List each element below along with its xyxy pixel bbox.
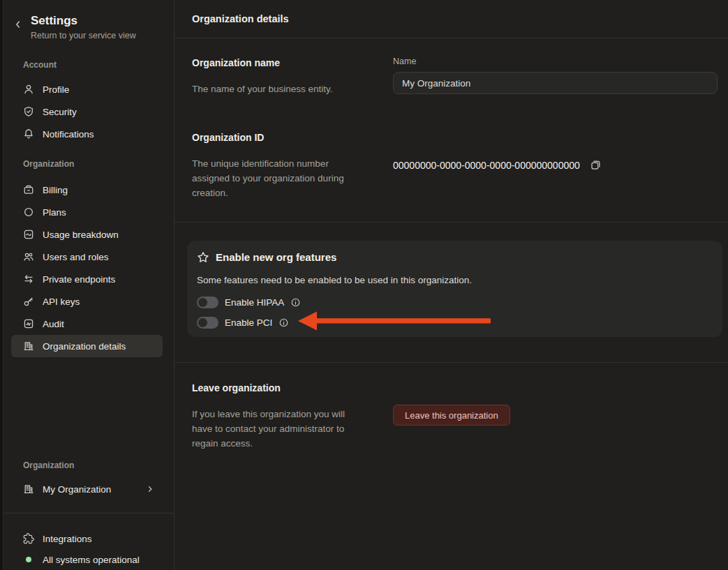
- pci-toggle[interactable]: [197, 317, 218, 329]
- leave-info: Leave organization If you leave this org…: [192, 381, 393, 451]
- leave-action: Leave this organization: [393, 381, 718, 451]
- sidebar-item-usage-breakdown[interactable]: Usage breakdown: [11, 223, 163, 246]
- sidebar-item-label: Private endpoints: [43, 274, 115, 285]
- sidebar-item-label: Organization details: [43, 341, 126, 352]
- sidebar-item-users-and-roles[interactable]: Users and roles: [11, 246, 163, 268]
- sidebar-subtitle[interactable]: Return to your service view: [31, 29, 174, 42]
- org-switcher-value: My Organization: [43, 484, 111, 495]
- shield-check-icon: [23, 106, 34, 117]
- leave-organization-button[interactable]: Leave this organization: [393, 405, 510, 426]
- chevron-right-icon: [146, 485, 163, 493]
- sidebar-header: Settings Return to your service view: [0, 14, 174, 42]
- enable-features-card: Enable new org features Some features ne…: [187, 241, 722, 337]
- sidebar-item-label: Plans: [43, 207, 66, 218]
- sidebar-item-security[interactable]: Security: [11, 100, 163, 123]
- swap-arrows-icon: [23, 273, 34, 285]
- bell-icon: [23, 128, 34, 140]
- back-button[interactable]: [10, 17, 26, 32]
- chart-wave-icon: [23, 229, 34, 240]
- copy-button[interactable]: [590, 159, 602, 171]
- main-panel: Organization details Organization name T…: [174, 0, 728, 570]
- sidebar-item-label: API keys: [43, 297, 80, 307]
- pci-toggle-label: Enable PCI: [225, 317, 272, 328]
- sidebar-item-private-endpoints[interactable]: Private endpoints: [11, 268, 163, 290]
- sidebar-item-label: Usage breakdown: [43, 230, 119, 240]
- info-icon[interactable]: [278, 317, 289, 328]
- hipaa-toggle[interactable]: [197, 297, 218, 308]
- leave-description: If you leave this organization you will …: [192, 407, 368, 451]
- section-label-account: Account: [23, 60, 174, 71]
- features-card-title: Enable new org features: [216, 250, 336, 265]
- sidebar-item-notifications[interactable]: Notifications: [11, 123, 163, 145]
- integrations-link[interactable]: Integrations: [11, 528, 163, 549]
- sidebar-item-label: Profile: [43, 84, 69, 95]
- org-id-description: The unique identification number assigne…: [192, 156, 368, 200]
- leave-heading: Leave organization: [192, 381, 393, 395]
- section-label-organization: Organization: [23, 159, 174, 170]
- pci-toggle-row: Enable PCI: [197, 316, 711, 329]
- user-icon: [23, 84, 34, 95]
- integrations-label: Integrations: [43, 534, 92, 544]
- page-title: Organization details: [174, 0, 728, 38]
- sidebar-item-label: Notifications: [43, 129, 94, 140]
- system-status-label: All systems operational: [43, 555, 140, 565]
- sidebar-item-plans[interactable]: Plans: [11, 201, 163, 223]
- sidebar-item-label: Audit: [43, 319, 64, 329]
- features-card-description: Some features need to be enabled to be u…: [197, 273, 711, 287]
- hipaa-toggle-label: Enable HIPAA: [225, 297, 284, 308]
- puzzle-icon: [23, 533, 34, 544]
- chevron-left-icon: [13, 20, 23, 29]
- org-name-info: Organization name The name of your busin…: [192, 56, 393, 96]
- activity-icon: [23, 318, 34, 329]
- settings-sidebar: Settings Return to your service view Acc…: [0, 0, 174, 570]
- sidebar-title: Settings: [31, 14, 174, 28]
- org-id-row: Organization ID The unique identificatio…: [192, 130, 718, 200]
- org-id-info: Organization ID The unique identificatio…: [192, 130, 393, 200]
- users-icon: [23, 251, 34, 262]
- sidebar-footer: Integrations All systems operational: [0, 528, 174, 570]
- org-name-heading: Organization name: [192, 56, 393, 70]
- org-name-row: Organization name The name of your busin…: [192, 56, 718, 96]
- system-status-link[interactable]: All systems operational: [11, 549, 163, 570]
- sidebar-item-profile[interactable]: Profile: [11, 78, 163, 100]
- org-details-section: Organization name The name of your busin…: [174, 38, 728, 223]
- sidebar-item-organization-details[interactable]: Organization details: [11, 335, 163, 357]
- org-name-input[interactable]: My Organization: [393, 72, 718, 94]
- leave-organization-section: Leave organization If you leave this org…: [174, 363, 728, 451]
- info-icon[interactable]: [290, 297, 301, 308]
- status-dot-icon: [26, 557, 31, 562]
- org-switcher[interactable]: My Organization: [11, 478, 163, 500]
- org-switcher-label: Organization: [23, 460, 174, 472]
- sidebar-item-billing[interactable]: Billing: [11, 179, 163, 201]
- org-name-description: The name of your business entity.: [192, 82, 368, 96]
- sidebar-item-label: Billing: [43, 185, 68, 195]
- window-edge-rail: [0, 0, 3, 570]
- org-id-heading: Organization ID: [192, 130, 393, 144]
- copy-icon: [590, 159, 602, 171]
- org-id-value: 00000000-0000-0000-0000-000000000000: [393, 160, 580, 171]
- hipaa-toggle-row: Enable HIPAA: [197, 296, 711, 308]
- sidebar-item-audit[interactable]: Audit: [11, 313, 163, 335]
- sidebar-item-api-keys[interactable]: API keys: [11, 290, 163, 313]
- sidebar-item-label: Users and roles: [43, 252, 109, 262]
- org-name-field: Name My Organization: [393, 56, 718, 96]
- wallet-icon: [23, 184, 34, 195]
- sidebar-divider: [0, 513, 174, 513]
- circle-icon: [23, 207, 34, 218]
- building-icon: [23, 340, 34, 352]
- star-icon: [197, 251, 209, 264]
- organization-nav: Billing Plans Usage breakdown Users and …: [0, 179, 174, 357]
- org-id-value-block: 00000000-0000-0000-0000-000000000000: [393, 130, 718, 200]
- sidebar-item-label: Security: [43, 107, 77, 117]
- sidebar-spacer: [0, 357, 174, 460]
- name-field-label: Name: [393, 56, 718, 67]
- account-nav: Profile Security Notifications: [0, 78, 174, 145]
- key-icon: [23, 296, 34, 307]
- building-icon: [23, 483, 34, 495]
